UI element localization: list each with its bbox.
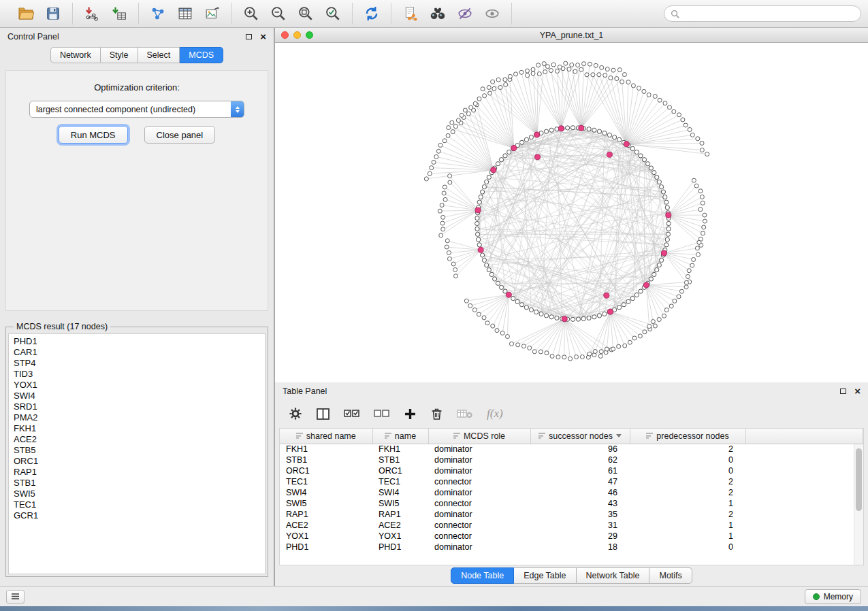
- zoom-fit-button[interactable]: [295, 3, 317, 24]
- table-row[interactable]: TEC1TEC1connector472: [280, 476, 863, 487]
- mcds-result-list[interactable]: PHD1CAR1STP4TID3YOX1SWI4SRD1PMA2FKH1ACE2…: [8, 333, 266, 574]
- result-item[interactable]: SRD1: [14, 401, 260, 412]
- result-item[interactable]: STB1: [14, 478, 260, 489]
- deselect-all-button[interactable]: [374, 408, 390, 419]
- network-window-titlebar[interactable]: YPA_prune.txt_1: [275, 28, 868, 43]
- column-header-predecessor-nodes[interactable]: predecessor nodes: [630, 429, 745, 444]
- share-document-button[interactable]: [400, 3, 421, 24]
- save-icon: [46, 6, 61, 21]
- table-cell: YOX1: [372, 531, 428, 542]
- tab-style[interactable]: Style: [101, 47, 138, 63]
- zoom-in-button[interactable]: [240, 3, 262, 24]
- export-image-button[interactable]: [202, 3, 223, 24]
- result-item[interactable]: ACE2: [14, 434, 260, 445]
- table-cell-filler: [745, 476, 863, 487]
- table-scrollbar-thumb[interactable]: [856, 448, 862, 511]
- import-table-button[interactable]: [108, 3, 130, 24]
- table-row[interactable]: PHD1PHD1dominator180: [280, 542, 863, 552]
- column-header-name[interactable]: name: [372, 429, 428, 444]
- table-scrollbar[interactable]: [854, 444, 863, 565]
- open-file-button[interactable]: [15, 3, 37, 24]
- table-row[interactable]: ACE2ACE2connector311: [280, 520, 863, 531]
- zoom-selected-button[interactable]: [322, 3, 344, 24]
- new-network-button[interactable]: [147, 3, 169, 24]
- tab-network-table[interactable]: Network Table: [577, 567, 650, 584]
- memory-button[interactable]: Memory: [805, 589, 861, 604]
- table-row[interactable]: RAP1RAP1dominator352: [280, 509, 863, 520]
- close-table-panel-icon[interactable]: ×: [854, 388, 861, 395]
- table-cell: STB1: [372, 455, 428, 465]
- tab-select[interactable]: Select: [138, 47, 180, 63]
- table-row[interactable]: YOX1YOX1connector291: [280, 531, 863, 542]
- table-cell-filler: [745, 509, 863, 520]
- result-item[interactable]: FKH1: [14, 423, 260, 434]
- import-network-button[interactable]: [81, 3, 103, 24]
- tab-mcds[interactable]: MCDS: [180, 47, 223, 63]
- result-item[interactable]: STB5: [14, 445, 260, 456]
- tab-node-table[interactable]: Node Table: [451, 567, 514, 584]
- result-item[interactable]: CAR1: [14, 347, 260, 358]
- float-panel-icon[interactable]: [246, 34, 252, 39]
- status-bar: Memory: [0, 586, 868, 606]
- column-header-shared-name[interactable]: shared name: [280, 429, 372, 444]
- status-menu-button[interactable]: [6, 590, 25, 604]
- zoom-fit-icon: [298, 5, 314, 22]
- hide-edges-button[interactable]: [454, 3, 476, 24]
- gear-icon: [289, 407, 302, 420]
- optimization-criterion-select[interactable]: largest connected component (undirected): [29, 101, 244, 118]
- table-cell: 1: [630, 520, 745, 531]
- select-all-button[interactable]: [344, 408, 360, 419]
- result-item[interactable]: TEC1: [14, 499, 260, 510]
- close-panel-icon[interactable]: ×: [260, 33, 266, 40]
- table-cell: ORC1: [372, 465, 428, 476]
- delete-column-button[interactable]: [430, 407, 443, 420]
- search-field[interactable]: [664, 5, 861, 22]
- table-header-row: shared namenameMCDS rolesuccessor nodesp…: [280, 429, 863, 444]
- run-mcds-button[interactable]: Run MCDS: [59, 126, 128, 144]
- result-item[interactable]: GCR1: [14, 510, 260, 521]
- function-builder-button[interactable]: f(x): [487, 407, 503, 420]
- table-row[interactable]: SWI4SWI4dominator462: [280, 487, 863, 498]
- close-panel-button[interactable]: Close panel: [144, 126, 216, 144]
- tab-edge-table[interactable]: Edge Table: [514, 567, 576, 584]
- search-input[interactable]: [684, 9, 854, 18]
- column-label: predecessor nodes: [656, 431, 728, 441]
- table-row[interactable]: STB1STB1dominator620: [280, 455, 863, 465]
- result-item[interactable]: STP4: [14, 358, 260, 369]
- float-table-panel-icon[interactable]: [840, 389, 846, 394]
- show-columns-button[interactable]: [316, 408, 330, 420]
- show-graphics-button[interactable]: [481, 3, 503, 24]
- result-item[interactable]: ORC1: [14, 456, 260, 467]
- table-row[interactable]: FKH1FKH1dominator962: [280, 444, 863, 455]
- column-label: shared name: [306, 431, 356, 441]
- column-header-MCDS-role[interactable]: MCDS role: [428, 429, 530, 444]
- result-item[interactable]: TID3: [14, 369, 260, 380]
- import-table-icon: [112, 6, 127, 21]
- tab-network[interactable]: Network: [50, 47, 101, 63]
- result-item[interactable]: RAP1: [14, 467, 260, 478]
- new-table-button[interactable]: [174, 3, 196, 24]
- table-settings-button[interactable]: [289, 407, 302, 420]
- result-item[interactable]: PMA2: [14, 412, 260, 423]
- result-item[interactable]: YOX1: [14, 380, 260, 391]
- apply-layout-button[interactable]: [361, 3, 383, 24]
- save-session-button[interactable]: [42, 3, 64, 24]
- result-item[interactable]: SWI5: [14, 489, 260, 499]
- column-sort-icon: [385, 433, 391, 439]
- search-network-button[interactable]: [427, 3, 449, 24]
- zoom-out-button[interactable]: [268, 3, 289, 24]
- hamburger-icon: [11, 593, 20, 600]
- result-item[interactable]: SWI4: [14, 391, 260, 401]
- table-row[interactable]: ORC1ORC1dominator610: [280, 465, 863, 476]
- result-item[interactable]: PHD1: [14, 336, 260, 347]
- add-column-button[interactable]: [404, 408, 417, 420]
- clear-table-button[interactable]: [457, 408, 473, 419]
- optimization-criterion-label: Optimization criterion:: [6, 82, 268, 93]
- column-header-successor-nodes[interactable]: successor nodes: [530, 429, 630, 444]
- tab-motifs[interactable]: Motifs: [649, 567, 692, 584]
- table-cell-filler: [745, 531, 863, 542]
- table-row[interactable]: SWI5SWI5connector431: [280, 498, 863, 509]
- mcds-result-group: MCDS result (17 nodes) PHD1CAR1STP4TID3Y…: [5, 322, 268, 577]
- table-cell: 2: [630, 487, 745, 498]
- network-canvas-area[interactable]: [275, 43, 868, 383]
